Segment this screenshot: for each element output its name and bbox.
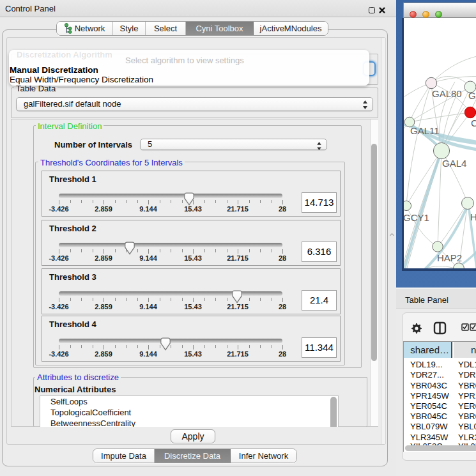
svg-text:GCY1: GCY1: [404, 212, 429, 223]
svg-text:HAP2: HAP2: [437, 252, 462, 263]
svg-text:GAL4: GAL4: [442, 158, 466, 169]
svg-text:GAL80: GAL80: [432, 88, 462, 99]
svg-text:GAL11: GAL11: [410, 125, 440, 136]
svg-text:HA: HA: [470, 211, 476, 222]
svg-text:GA: GA: [468, 90, 476, 101]
svg-text:CA: CA: [471, 118, 476, 128]
